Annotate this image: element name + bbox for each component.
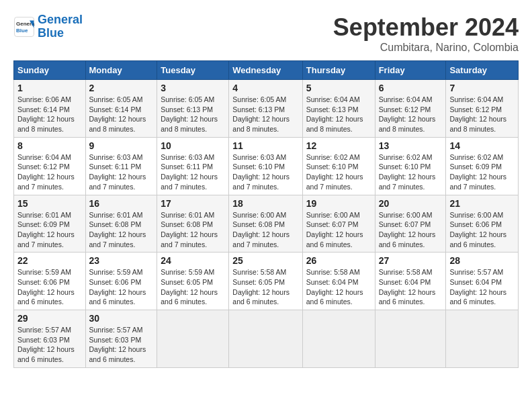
calendar-cell: 29 Sunrise: 5:57 AMSunset: 6:03 PMDaylig… [14, 310, 86, 368]
calendar-cell: 11 Sunrise: 6:03 AMSunset: 6:10 PMDaylig… [229, 137, 302, 195]
day-number: 3 [161, 83, 225, 93]
day-info: Sunrise: 6:02 AMSunset: 6:09 PMDaylight:… [449, 153, 506, 191]
day-number: 27 [379, 255, 443, 266]
day-info: Sunrise: 6:00 AMSunset: 6:07 PMDaylight:… [379, 211, 436, 248]
day-number: 28 [449, 255, 515, 266]
calendar-cell: 10 Sunrise: 6:03 AMSunset: 6:11 PMDaylig… [157, 137, 229, 195]
day-number: 2 [89, 83, 154, 93]
logo: General Blue General Blue [13, 13, 83, 40]
calendar-cell [157, 310, 229, 368]
logo-icon: General Blue [13, 16, 35, 38]
calendar-cell: 25 Sunrise: 5:58 AMSunset: 6:05 PMDaylig… [229, 253, 302, 310]
day-info: Sunrise: 5:58 AMSunset: 6:04 PMDaylight:… [379, 268, 436, 306]
day-number: 25 [232, 255, 298, 266]
day-info: Sunrise: 6:04 AMSunset: 6:12 PMDaylight:… [449, 95, 506, 133]
day-number: 22 [17, 255, 82, 266]
day-info: Sunrise: 6:06 AMSunset: 6:14 PMDaylight:… [17, 95, 75, 133]
day-info: Sunrise: 5:57 AMSunset: 6:04 PMDaylight:… [449, 268, 506, 306]
calendar-cell: 15 Sunrise: 6:01 AMSunset: 6:09 PMDaylig… [14, 195, 86, 253]
calendar-week-2: 8 Sunrise: 6:04 AMSunset: 6:12 PMDayligh… [14, 137, 519, 195]
day-info: Sunrise: 6:00 AMSunset: 6:07 PMDaylight:… [306, 211, 363, 248]
day-info: Sunrise: 6:05 AMSunset: 6:13 PMDaylight:… [232, 95, 290, 133]
calendar-body: 1 Sunrise: 6:06 AMSunset: 6:14 PMDayligh… [14, 80, 519, 368]
calendar-cell: 8 Sunrise: 6:04 AMSunset: 6:12 PMDayligh… [14, 137, 86, 195]
day-number: 10 [161, 140, 225, 151]
day-number: 11 [232, 140, 298, 151]
day-number: 26 [306, 255, 371, 266]
day-number: 8 [17, 140, 82, 151]
day-number: 13 [379, 140, 443, 151]
day-number: 29 [17, 313, 82, 324]
calendar-cell: 16 Sunrise: 6:01 AMSunset: 6:08 PMDaylig… [85, 195, 157, 253]
day-number: 23 [89, 255, 154, 266]
calendar-cell: 2 Sunrise: 6:05 AMSunset: 6:14 PMDayligh… [85, 80, 157, 138]
col-tuesday: Tuesday [157, 61, 229, 80]
col-sunday: Sunday [14, 61, 86, 80]
day-number: 16 [89, 198, 154, 209]
calendar-cell: 22 Sunrise: 5:59 AMSunset: 6:06 PMDaylig… [14, 253, 86, 310]
day-info: Sunrise: 6:00 AMSunset: 6:08 PMDaylight:… [232, 211, 290, 248]
day-number: 24 [161, 255, 225, 266]
title-block: September 2024 Cumbitara, Narino, Colomb… [333, 13, 519, 54]
calendar-cell: 7 Sunrise: 6:04 AMSunset: 6:12 PMDayligh… [446, 80, 519, 138]
logo-text: General Blue [38, 13, 83, 40]
day-number: 20 [379, 198, 443, 209]
calendar-cell: 19 Sunrise: 6:00 AMSunset: 6:07 PMDaylig… [302, 195, 375, 253]
calendar-week-1: 1 Sunrise: 6:06 AMSunset: 6:14 PMDayligh… [14, 80, 519, 138]
day-number: 30 [89, 313, 154, 324]
day-number: 12 [306, 140, 371, 151]
day-info: Sunrise: 6:01 AMSunset: 6:09 PMDaylight:… [17, 211, 75, 248]
col-monday: Monday [85, 61, 157, 80]
calendar-cell: 21 Sunrise: 6:00 AMSunset: 6:06 PMDaylig… [446, 195, 519, 253]
day-info: Sunrise: 6:01 AMSunset: 6:08 PMDaylight:… [161, 211, 218, 248]
day-info: Sunrise: 6:00 AMSunset: 6:06 PMDaylight:… [449, 211, 506, 248]
svg-text:Blue: Blue [16, 28, 28, 34]
day-info: Sunrise: 6:02 AMSunset: 6:10 PMDaylight:… [379, 153, 436, 191]
day-number: 6 [379, 83, 443, 93]
day-info: Sunrise: 6:05 AMSunset: 6:14 PMDaylight:… [89, 95, 146, 133]
day-info: Sunrise: 5:59 AMSunset: 6:05 PMDaylight:… [161, 268, 218, 306]
page-header: General Blue General Blue September 2024… [13, 13, 519, 54]
calendar-cell: 28 Sunrise: 5:57 AMSunset: 6:04 PMDaylig… [446, 253, 519, 310]
day-number: 14 [449, 140, 515, 151]
day-number: 9 [89, 140, 154, 151]
calendar-cell: 12 Sunrise: 6:02 AMSunset: 6:10 PMDaylig… [302, 137, 375, 195]
day-info: Sunrise: 5:59 AMSunset: 6:06 PMDaylight:… [17, 268, 75, 306]
day-info: Sunrise: 6:04 AMSunset: 6:13 PMDaylight:… [306, 95, 363, 133]
day-info: Sunrise: 6:02 AMSunset: 6:10 PMDaylight:… [306, 153, 363, 191]
calendar-cell: 1 Sunrise: 6:06 AMSunset: 6:14 PMDayligh… [14, 80, 86, 138]
col-wednesday: Wednesday [229, 61, 302, 80]
day-info: Sunrise: 5:58 AMSunset: 6:04 PMDaylight:… [306, 268, 363, 306]
calendar-cell: 9 Sunrise: 6:03 AMSunset: 6:11 PMDayligh… [85, 137, 157, 195]
col-friday: Friday [375, 61, 446, 80]
calendar-cell [302, 310, 375, 368]
day-info: Sunrise: 6:05 AMSunset: 6:13 PMDaylight:… [161, 95, 218, 133]
calendar-cell [375, 310, 446, 368]
day-info: Sunrise: 6:04 AMSunset: 6:12 PMDaylight:… [17, 153, 75, 191]
calendar-cell: 24 Sunrise: 5:59 AMSunset: 6:05 PMDaylig… [157, 253, 229, 310]
calendar-cell: 20 Sunrise: 6:00 AMSunset: 6:07 PMDaylig… [375, 195, 446, 253]
calendar-cell: 5 Sunrise: 6:04 AMSunset: 6:13 PMDayligh… [302, 80, 375, 138]
day-number: 19 [306, 198, 371, 209]
calendar-header-row: Sunday Monday Tuesday Wednesday Thursday… [14, 61, 519, 80]
calendar-cell: 13 Sunrise: 6:02 AMSunset: 6:10 PMDaylig… [375, 137, 446, 195]
calendar-cell: 17 Sunrise: 6:01 AMSunset: 6:08 PMDaylig… [157, 195, 229, 253]
calendar-week-5: 29 Sunrise: 5:57 AMSunset: 6:03 PMDaylig… [14, 310, 519, 368]
calendar-week-3: 15 Sunrise: 6:01 AMSunset: 6:09 PMDaylig… [14, 195, 519, 253]
day-info: Sunrise: 6:03 AMSunset: 6:11 PMDaylight:… [161, 153, 218, 191]
day-info: Sunrise: 6:01 AMSunset: 6:08 PMDaylight:… [89, 211, 146, 248]
day-info: Sunrise: 5:57 AMSunset: 6:03 PMDaylight:… [17, 326, 75, 363]
day-info: Sunrise: 5:57 AMSunset: 6:03 PMDaylight:… [89, 326, 146, 363]
calendar-cell: 30 Sunrise: 5:57 AMSunset: 6:03 PMDaylig… [85, 310, 157, 368]
day-number: 17 [161, 198, 225, 209]
day-info: Sunrise: 5:58 AMSunset: 6:05 PMDaylight:… [232, 268, 290, 306]
day-number: 21 [449, 198, 515, 209]
day-number: 1 [17, 83, 82, 93]
calendar-cell: 6 Sunrise: 6:04 AMSunset: 6:12 PMDayligh… [375, 80, 446, 138]
calendar-cell: 14 Sunrise: 6:02 AMSunset: 6:09 PMDaylig… [446, 137, 519, 195]
calendar-cell [229, 310, 302, 368]
day-number: 18 [232, 198, 298, 209]
calendar-cell [446, 310, 519, 368]
day-number: 4 [232, 83, 298, 93]
calendar-week-4: 22 Sunrise: 5:59 AMSunset: 6:06 PMDaylig… [14, 253, 519, 310]
